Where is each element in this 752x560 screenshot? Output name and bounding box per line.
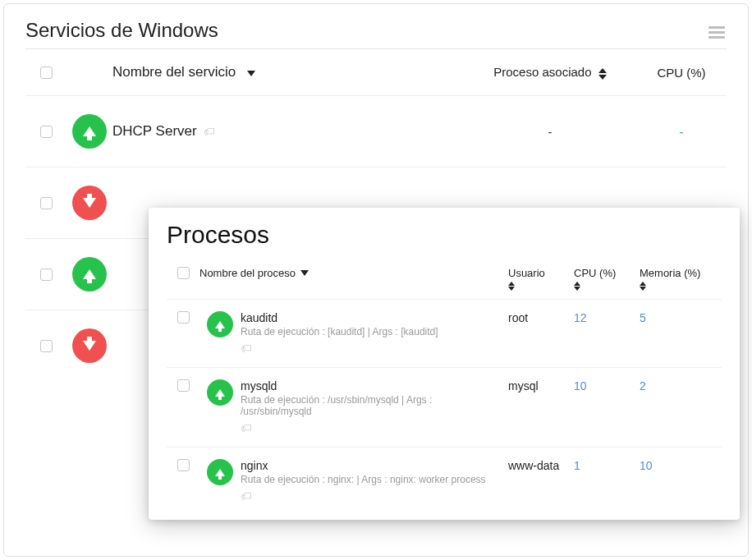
select-all-checkbox[interactable]: [177, 267, 190, 279]
col-user[interactable]: Usuario: [508, 267, 574, 291]
col-process-name[interactable]: Nombre del proceso: [199, 267, 508, 279]
process-user: mysql: [508, 379, 574, 392]
services-table-header: Nombre del servicio Proceso asociado CPU…: [25, 49, 727, 96]
sort-icon: [508, 282, 515, 291]
select-all-checkbox[interactable]: [40, 67, 53, 79]
process-path: Ruta de ejecución : nginx: | Args : ngin…: [241, 474, 500, 485]
row-checkbox[interactable]: [177, 379, 190, 392]
col-service-name-label: Nombre del servicio: [112, 64, 236, 80]
tag-icon[interactable]: 🏷: [241, 489, 252, 503]
col-proc-label: Proceso asociado: [493, 65, 591, 79]
process-name[interactable]: kauditd: [241, 311, 500, 324]
row-checkbox[interactable]: [40, 340, 53, 352]
proc-value: -: [548, 125, 553, 139]
col-process-name-label: Nombre del proceso: [199, 267, 296, 279]
col-service-name[interactable]: Nombre del servicio: [112, 64, 464, 80]
process-row: nginx Ruta de ejecución : nginx: | Args …: [167, 448, 722, 515]
tag-icon[interactable]: 🏷: [241, 342, 252, 355]
row-checkbox[interactable]: [40, 197, 53, 209]
caret-down-icon: [300, 270, 309, 276]
tag-icon[interactable]: 🏷: [204, 125, 215, 138]
service-name[interactable]: DHCP Server: [112, 123, 197, 140]
process-user: root: [508, 311, 574, 324]
process-row: kauditd Ruta de ejecución : [kauditd] | …: [167, 300, 722, 368]
col-cpu[interactable]: CPU (%): [636, 66, 727, 80]
processes-table-header: Nombre del proceso Usuario CPU (%) Memor…: [167, 259, 722, 300]
process-name[interactable]: mysqld: [241, 379, 500, 392]
services-panel: Servicios de Windows Nombre del servicio…: [3, 3, 749, 557]
status-up-icon: [207, 459, 233, 485]
col-cpu[interactable]: CPU (%): [574, 267, 640, 291]
process-memory[interactable]: 5: [640, 311, 722, 324]
col-user-label: Usuario: [508, 267, 545, 279]
row-checkbox[interactable]: [177, 459, 190, 471]
sort-icon: [574, 282, 580, 291]
process-row: mysqld Ruta de ejecución : /usr/sbin/mys…: [167, 368, 722, 448]
status-up-icon: [72, 114, 107, 149]
menu-icon[interactable]: [708, 24, 725, 41]
process-cpu[interactable]: 12: [574, 311, 640, 324]
process-cpu[interactable]: 1: [574, 459, 640, 472]
col-cpu-label: CPU (%): [657, 66, 705, 80]
services-title: Servicios de Windows: [25, 19, 727, 42]
status-down-icon: [72, 186, 107, 220]
caret-down-icon: [247, 71, 255, 76]
row-checkbox[interactable]: [40, 269, 53, 281]
service-row: DHCP Server 🏷 - -: [25, 96, 727, 168]
status-up-icon: [72, 257, 107, 291]
process-user: www-data: [508, 459, 574, 472]
col-mem-label: Memoria (%): [640, 267, 700, 279]
process-memory[interactable]: 10: [640, 459, 722, 472]
sort-icon: [640, 282, 646, 291]
status-up-icon: [207, 311, 233, 337]
col-cpu-label: CPU (%): [574, 267, 616, 279]
cpu-value[interactable]: -: [680, 125, 684, 139]
col-associated-process[interactable]: Proceso asociado: [464, 65, 636, 79]
process-path: Ruta de ejecución : /usr/sbin/mysqld | A…: [241, 394, 500, 417]
processes-title: Procesos: [167, 221, 722, 249]
row-checkbox[interactable]: [177, 311, 190, 324]
processes-panel: Procesos Nombre del proceso Usuario CPU …: [149, 208, 740, 520]
process-memory[interactable]: 2: [640, 379, 722, 392]
process-cpu[interactable]: 10: [574, 379, 640, 392]
tag-icon[interactable]: 🏷: [241, 421, 252, 434]
process-name[interactable]: nginx: [241, 459, 500, 472]
col-memory[interactable]: Memoria (%): [640, 267, 722, 291]
status-up-icon: [207, 379, 233, 406]
status-down-icon: [72, 328, 107, 363]
process-path: Ruta de ejecución : [kauditd] | Args : […: [241, 326, 500, 337]
row-checkbox[interactable]: [40, 126, 53, 138]
